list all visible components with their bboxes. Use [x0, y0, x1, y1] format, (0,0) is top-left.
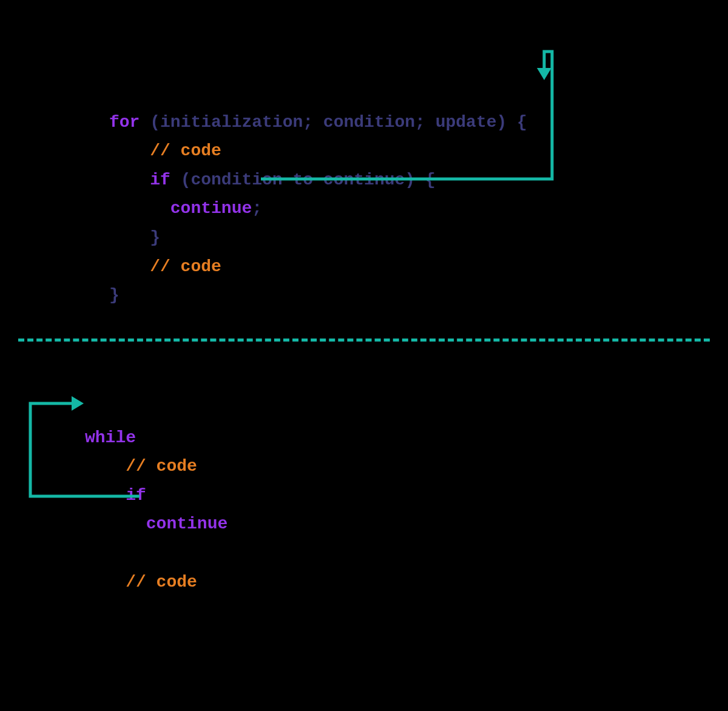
for-comment-1: // code: [109, 141, 221, 160]
for-header: (initialization; condition; update) {: [140, 113, 527, 132]
if-close-1: }: [109, 228, 160, 247]
while-comment-1: // code: [85, 457, 197, 476]
blank-line: [85, 544, 95, 562]
if-condition-1: (condition to continue) {: [170, 170, 436, 189]
while-arrowhead-icon: [72, 396, 84, 411]
for-loop-code: for (initialization; condition; update) …: [109, 79, 527, 310]
section-divider: [18, 339, 710, 342]
for-comment-2: // code: [109, 257, 221, 276]
if-keyword-1: if: [109, 170, 170, 189]
for-close: }: [109, 286, 120, 305]
while-comment-2: // code: [85, 573, 197, 591]
while-keyword: while: [85, 428, 136, 447]
for-keyword: for: [109, 113, 140, 132]
if-keyword-2: if: [85, 486, 146, 505]
continue-keyword-1: continue: [109, 199, 252, 218]
continue-semicolon: ;: [252, 199, 262, 218]
while-loop-code: while // code if continue // code: [85, 394, 228, 596]
continue-keyword-2: continue: [85, 514, 228, 533]
for-arrowhead-icon: [537, 68, 551, 80]
